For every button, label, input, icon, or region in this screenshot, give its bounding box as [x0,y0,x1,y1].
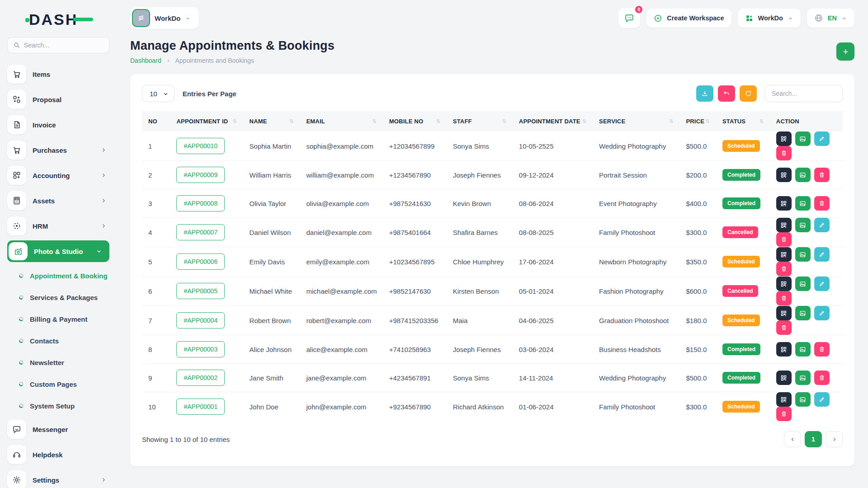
column-header-email[interactable]: EMAIL⇅ [300,111,382,131]
appointment-id-pill[interactable]: #APP00001 [176,399,225,415]
sort-icon[interactable]: ⇅ [289,118,293,124]
reset-button[interactable] [718,85,735,102]
refresh-button[interactable] [740,85,757,102]
sidebar-item-proposal[interactable]: Proposal [7,87,109,112]
delete-button[interactable] [814,196,830,211]
add-appointment-button[interactable] [836,42,854,61]
appointment-id-pill[interactable]: #APP00009 [176,167,225,183]
sidebar-search[interactable] [7,37,109,53]
sidebar-subitem-contacts[interactable]: Contacts [7,330,109,352]
export-button[interactable] [696,85,713,102]
sidebar-subitem-system-setup[interactable]: System Setup [7,395,109,417]
sort-icon[interactable]: ⇅ [232,118,236,124]
sort-icon[interactable]: ⇅ [669,118,673,124]
delete-button[interactable] [776,320,792,335]
workdo-menu-button[interactable]: WorkDo [738,9,801,28]
details-button[interactable] [776,342,792,357]
sidebar-group-photo-studio[interactable]: Photo & Studio [7,240,109,262]
column-header-staff[interactable]: STAFF⇅ [447,111,513,131]
sidebar-subitem-appointment-booking[interactable]: Appointment & Booking [7,265,109,286]
gallery-button[interactable] [795,168,811,182]
details-button[interactable] [776,168,792,182]
gallery-button[interactable] [795,218,811,232]
sort-icon[interactable]: ⇅ [759,118,763,124]
delete-button[interactable] [776,146,792,160]
sidebar-subitem-custom-pages[interactable]: Custom Pages [7,373,109,395]
table-search-input[interactable] [765,85,843,102]
edit-button[interactable] [814,277,830,291]
pagination-prev-button[interactable] [784,431,801,447]
appointment-id-pill[interactable]: #APP00002 [176,370,225,386]
gallery-button[interactable] [795,342,811,357]
messages-button[interactable]: 0 [618,8,640,28]
details-button[interactable] [776,306,792,320]
entries-per-page-select[interactable]: 10 [142,85,175,102]
create-workspace-button[interactable]: Create Workspace [646,9,731,28]
delete-button[interactable] [776,262,792,276]
edit-button[interactable] [814,218,830,232]
sidebar-subitem-newsletter[interactable]: Newsletter [7,352,109,373]
details-button[interactable] [776,392,792,407]
column-header-appointment-date[interactable]: APPOINTMENT DATE⇅ [513,111,593,131]
brand-logo[interactable]: DASH [7,6,109,33]
column-header-price[interactable]: PRICE⇅ [679,111,716,131]
gallery-button[interactable] [795,131,811,146]
sidebar-item-hrm[interactable]: HRM [7,213,109,239]
sidebar-subitem-billing-payment[interactable]: Billing & Payment [7,308,109,330]
details-button[interactable] [776,196,792,211]
edit-button[interactable] [814,247,830,262]
gallery-button[interactable] [795,371,811,385]
edit-button[interactable] [814,392,830,407]
sidebar-item-messenger[interactable]: Messenger [7,417,109,442]
sidebar-item-purchases[interactable]: Purchases [7,137,109,163]
sidebar-item-invoice[interactable]: Invoice [7,112,109,137]
sidebar-subitem-services-packages[interactable]: Services & Packages [7,286,109,308]
delete-button[interactable] [776,407,792,421]
details-button[interactable] [776,371,792,385]
gallery-button[interactable] [795,306,811,320]
delete-button[interactable] [776,232,792,247]
sidebar-item-assets[interactable]: Assets [7,188,109,213]
sidebar-item-items[interactable]: Items [7,61,109,87]
details-button[interactable] [776,277,792,291]
sidebar-item-helpdesk[interactable]: Helpdesk [7,442,109,467]
breadcrumb-dashboard-link[interactable]: Dashboard [130,57,161,64]
appointment-id-pill[interactable]: #APP00007 [176,224,225,240]
delete-button[interactable] [814,342,830,357]
workspace-selector[interactable]: WorkDo [130,7,199,29]
appointment-id-pill[interactable]: #APP00003 [176,341,225,357]
edit-button[interactable] [814,306,830,320]
edit-button[interactable] [814,131,830,146]
appointment-id-pill[interactable]: #APP00004 [176,312,225,328]
gallery-button[interactable] [795,247,811,262]
sort-icon[interactable]: ⇅ [582,118,586,124]
column-header-service[interactable]: SERVICE⇅ [593,111,679,131]
language-selector[interactable]: EN [807,9,854,28]
column-header-appointment-id[interactable]: APPOINTMENT ID⇅ [170,111,243,131]
details-button[interactable] [776,247,792,262]
appointment-id-pill[interactable]: #APP00005 [176,283,225,299]
sort-icon[interactable]: ⇅ [706,118,710,124]
details-button[interactable] [776,218,792,232]
gallery-button[interactable] [795,277,811,291]
sidebar-search-input[interactable] [24,42,104,49]
appointment-id-pill[interactable]: #APP00010 [176,138,225,154]
gallery-button[interactable] [795,196,811,211]
delete-button[interactable] [814,168,830,182]
sort-icon[interactable]: ⇅ [502,118,506,124]
pagination-page-1-button[interactable]: 1 [805,431,822,447]
sort-icon[interactable]: ⇅ [436,118,440,124]
pagination-next-button[interactable] [826,431,843,447]
gallery-button[interactable] [795,392,811,407]
appointment-id-pill[interactable]: #APP00008 [176,195,225,211]
column-header-name[interactable]: NAME⇅ [243,111,300,131]
sidebar-item-settings[interactable]: Settings [7,467,109,488]
column-header-mobile-no[interactable]: MOBILE NO⇅ [383,111,447,131]
appointment-id-pill[interactable]: #APP00006 [176,253,225,270]
delete-button[interactable] [776,291,792,305]
delete-button[interactable] [814,371,830,385]
sort-icon[interactable]: ⇅ [372,118,376,124]
details-button[interactable] [776,131,792,146]
column-header-status[interactable]: STATUS⇅ [716,111,770,131]
sidebar-item-accounting[interactable]: Accounting [7,163,109,188]
